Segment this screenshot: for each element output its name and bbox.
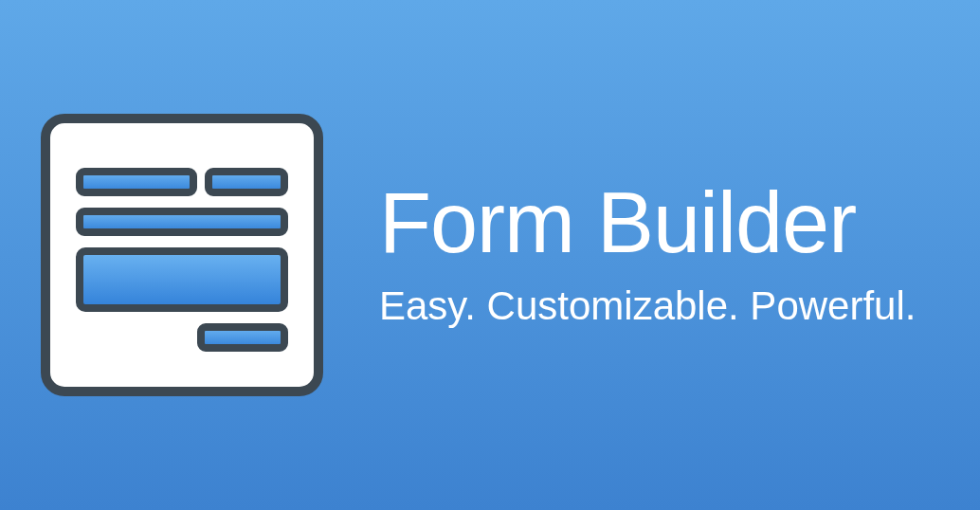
hero-subtitle: Easy. Customizable. Powerful. [379,282,916,330]
hero-container: Form Builder Easy. Customizable. Powerfu… [40,113,916,397]
svg-rect-2 [209,172,284,192]
svg-rect-1 [80,172,193,192]
hero-text: Form Builder Easy. Customizable. Powerfu… [379,180,916,330]
form-builder-icon [40,113,324,397]
svg-rect-5 [201,327,284,348]
svg-rect-3 [80,211,284,232]
svg-rect-4 [80,251,284,308]
hero-title: Form Builder [379,180,916,265]
